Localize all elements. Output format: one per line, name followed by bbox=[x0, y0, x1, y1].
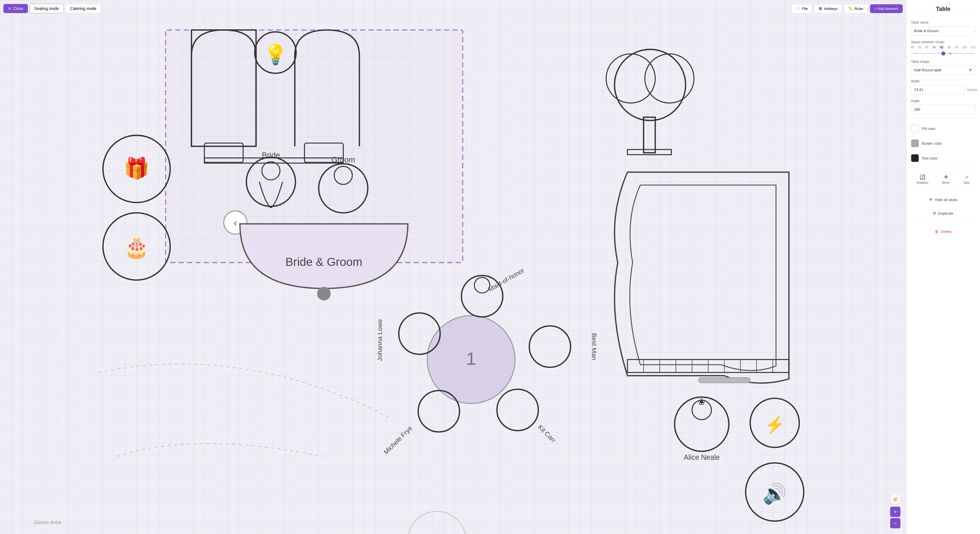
table-handle[interactable] bbox=[318, 287, 330, 300]
bottom-circle bbox=[408, 511, 466, 534]
michele-label: Michele Frye bbox=[382, 424, 414, 456]
left-arrow-icon: ‹ bbox=[234, 217, 237, 229]
table-name-field: Table name bbox=[911, 21, 975, 35]
text-color-swatch[interactable] bbox=[911, 154, 919, 162]
table-number: 1 bbox=[466, 348, 476, 368]
dance-area-label: Dance Area bbox=[34, 520, 61, 526]
table-name-label: Table name bbox=[911, 21, 975, 24]
johanna-label: Johanna Lowe bbox=[376, 319, 383, 361]
space-slider[interactable] bbox=[911, 53, 975, 54]
piano-pedal-bar bbox=[698, 378, 750, 383]
border-color-label: Border color bbox=[922, 141, 942, 146]
eye-icon: 👁 bbox=[929, 198, 933, 202]
best-man-label: Best Man bbox=[590, 333, 598, 360]
tree-top-left bbox=[606, 54, 655, 103]
table-shape-select-wrapper: Round table Rectangular table Half Round… bbox=[911, 65, 975, 75]
width-row: Inches bbox=[911, 85, 975, 94]
border-color-swatch[interactable] bbox=[911, 139, 919, 147]
canvas: 🎁 🎂 💡 Bride G bbox=[0, 17, 906, 534]
action-buttons: 🔄 Rotation ✥ Move ⤢ Size bbox=[911, 172, 975, 186]
divider-2 bbox=[911, 168, 975, 168]
move-icon: ✥ bbox=[944, 174, 948, 180]
width-field: Width Inches bbox=[911, 79, 975, 94]
duplicate-button[interactable]: ⧉ Duplicate bbox=[911, 209, 975, 218]
hotkeys-icon: ⌘ bbox=[819, 6, 822, 11]
piano-body bbox=[614, 172, 789, 383]
width-unit: Inches bbox=[967, 88, 977, 92]
move-button[interactable]: ✥ Move bbox=[940, 172, 951, 186]
close-icon: ✕ bbox=[8, 6, 11, 11]
bride-groom-table-label: Bride & Groom bbox=[285, 255, 362, 268]
fill-color-swatch[interactable] bbox=[911, 124, 919, 132]
angle-label: Angle bbox=[911, 99, 975, 103]
space-label: Space between chairs bbox=[911, 40, 975, 44]
speaker-icon: 🔊 bbox=[762, 482, 787, 505]
rotation-icon: 🔄 bbox=[920, 174, 926, 180]
dance-curve-2 bbox=[117, 443, 324, 456]
compass-button[interactable]: 🧭 bbox=[890, 494, 900, 504]
panel-title: Table bbox=[911, 6, 975, 16]
tree-trunk bbox=[643, 117, 655, 153]
best-man-figure bbox=[529, 326, 570, 367]
groom-label: Groom bbox=[331, 155, 355, 164]
file-button[interactable]: 📄 File bbox=[792, 4, 812, 13]
width-label: Width bbox=[911, 79, 975, 83]
ruler-icon: 📏 bbox=[848, 6, 853, 11]
alice-label: Alice Neale bbox=[684, 453, 720, 461]
text-color-row: Text color bbox=[911, 153, 975, 163]
tree-top bbox=[614, 49, 686, 121]
fill-color-row: Fill color bbox=[911, 123, 975, 134]
table-shape-field: Table shape Round table Rectangular tabl… bbox=[911, 60, 975, 75]
plug-icon: ⚡ bbox=[764, 415, 785, 435]
file-icon: 📄 bbox=[796, 6, 800, 11]
width-input[interactable] bbox=[911, 85, 965, 94]
right-panel: Table Table name Space between chairs 45… bbox=[906, 0, 980, 534]
kit-carr-figure bbox=[497, 389, 538, 430]
text-color-label: Text color bbox=[922, 156, 938, 160]
zoom-out-button[interactable]: − bbox=[890, 518, 900, 528]
johanna-figure bbox=[399, 313, 440, 354]
zoom-in-button[interactable]: + bbox=[890, 507, 900, 517]
bride-label: Bride bbox=[262, 151, 280, 159]
kit-carr-label: Kit Carr bbox=[537, 423, 557, 444]
michele-figure bbox=[418, 391, 459, 432]
divider-4 bbox=[911, 222, 975, 223]
table-shape-select[interactable]: Round table Rectangular table Half Round… bbox=[911, 65, 975, 75]
maid-head bbox=[474, 277, 490, 293]
close-button[interactable]: ✕ Close bbox=[3, 4, 28, 13]
angle-input[interactable] bbox=[911, 105, 975, 114]
toolbar: ✕ Close Seating mode Catering mode 📄 Fil… bbox=[0, 0, 906, 17]
dance-curve-1 bbox=[98, 364, 388, 418]
border-color-row: Border color bbox=[911, 138, 975, 148]
gift-icon: 🎁 bbox=[124, 156, 150, 181]
ruler-button[interactable]: 📏 Ruler bbox=[844, 4, 867, 13]
catering-mode-button[interactable]: Catering mode bbox=[65, 4, 101, 13]
delete-button[interactable]: 🗑 Delete bbox=[911, 227, 975, 236]
cake-icon: 🎂 bbox=[124, 235, 150, 260]
alice-crown: ❀ bbox=[698, 397, 705, 407]
trash-icon: 🗑 bbox=[935, 230, 939, 234]
slider-labels: 45 55 65 75 80 85 95 105 115 bbox=[911, 46, 975, 49]
table-name-input[interactable] bbox=[911, 26, 975, 35]
piano-inner bbox=[630, 185, 776, 370]
seating-mode-button[interactable]: Seating mode bbox=[30, 4, 64, 13]
hide-seats-button[interactable]: 👁 Hide all seats bbox=[911, 195, 975, 204]
size-icon: ⤢ bbox=[965, 174, 969, 180]
hotkeys-button[interactable]: ⌘ Hotkeys bbox=[814, 4, 842, 13]
rotation-button[interactable]: 🔄 Rotation bbox=[915, 172, 930, 186]
table-shape-label: Table shape bbox=[911, 60, 975, 64]
zoom-controls: 🧭 + − bbox=[890, 494, 900, 528]
angle-field: Angle bbox=[911, 99, 975, 114]
duplicate-icon: ⧉ bbox=[933, 211, 935, 215]
maid-label: Maid-of-honor bbox=[487, 266, 525, 293]
fill-color-label: Fill color bbox=[922, 126, 935, 131]
lightbulb-icon: 💡 bbox=[264, 43, 288, 66]
size-button[interactable]: ⤢ Size bbox=[962, 172, 971, 186]
tree-top-right bbox=[645, 54, 694, 103]
space-between-chairs-field: Space between chairs 45 55 65 75 80 85 9… bbox=[911, 40, 975, 55]
canvas-svg: 🎁 🎂 💡 Bride G bbox=[0, 17, 906, 534]
add-element-button[interactable]: + Add element bbox=[870, 4, 903, 13]
